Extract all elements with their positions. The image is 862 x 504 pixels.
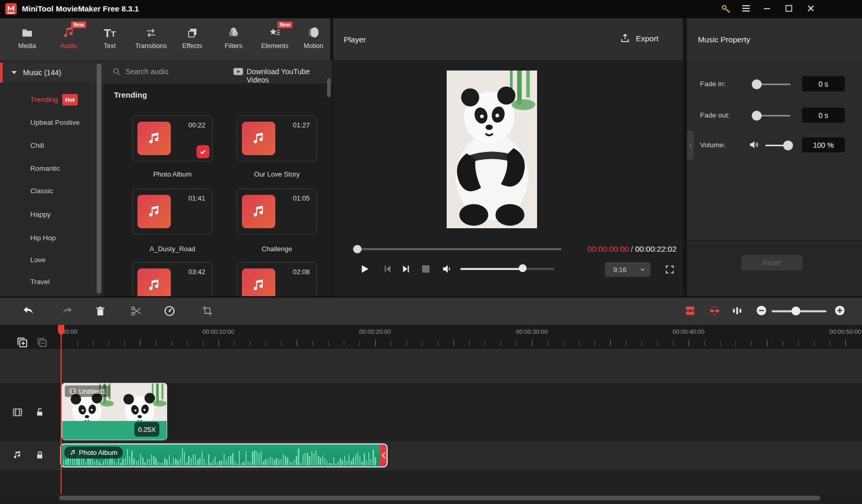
previous-frame-button[interactable] [382,263,394,275]
tab-elements[interactable]: Elements New [256,24,294,56]
volume-value[interactable]: 100 % [802,137,845,153]
player-volume-handle[interactable] [519,264,527,272]
tab-effects[interactable]: Effects [173,24,211,56]
reset-button[interactable]: Reset [741,255,802,271]
timeline-audio-clip[interactable]: Photo Album [60,443,388,467]
tab-filters[interactable]: Filters [215,24,252,56]
ruler-label: 00:00:40:00 [673,329,705,335]
tab-audio[interactable]: Audio New [50,24,87,56]
seek-bar[interactable] [353,248,562,250]
player-volume-icon[interactable] [441,263,454,275]
ruler-label: 00:00:50:00 [830,329,861,335]
aspect-ratio-dropdown[interactable]: 9:16 [605,262,650,277]
sidebar-item-classic[interactable]: Classic [30,186,53,196]
delete-button[interactable] [94,304,108,318]
music-tile-icon [242,122,275,155]
fade-out-value[interactable]: 0 s [802,108,845,123]
tab-text[interactable]: TT Text [91,24,129,56]
sidebar-item-hip-hop[interactable]: Hip Hop [30,233,56,243]
collapse-track-icon[interactable] [37,337,48,348]
sidebar-item-love[interactable]: Love [30,255,45,265]
export-label: Export [636,34,658,43]
music-card[interactable]: 03:42 [132,262,213,296]
sidebar-item-chill[interactable]: Chill [30,140,44,151]
music-card[interactable]: 02:08 [237,262,317,296]
sidebar-item-upbeat-positive[interactable]: Upbeat Positive [30,118,80,128]
search-icon [112,67,122,77]
minimize-button[interactable] [762,4,772,13]
music-duration: 01:41 [188,194,205,202]
volume-handle[interactable] [783,140,793,150]
search-input[interactable]: Search audio [125,67,169,76]
redo-button[interactable] [60,304,74,318]
hot-badge: Hot [62,94,78,106]
active-category-bar [0,63,3,83]
timeline-zoom-handle[interactable] [791,307,800,315]
sidebar-category-music[interactable]: Music (144) [0,63,103,83]
time-display: 00:00:00:00/00:00:22:02 [587,244,677,253]
zoom-out-button[interactable] [755,304,769,318]
playhead-flag[interactable] [58,325,64,332]
crop-button[interactable] [201,304,215,318]
audio-track-lock-icon[interactable] [34,450,46,461]
fade-in-handle[interactable] [752,79,762,89]
audio-trim-handle[interactable] [380,443,387,467]
tab-transitions[interactable]: Transitions [132,24,170,56]
attach-clip-icon[interactable] [684,304,697,318]
category-label: Music (144) [23,68,61,77]
close-button[interactable] [806,4,816,13]
tab-media[interactable]: Media [8,24,46,56]
music-card-name: Photo Album [132,170,213,178]
timeline-horizontal-scrollbar[interactable] [59,496,820,500]
fade-in-value[interactable]: 0 s [802,76,845,91]
stop-button[interactable] [421,264,434,277]
music-card-our-love-story[interactable]: 01:27 [237,115,317,161]
check-icon [196,145,209,158]
sidebar-item-label: Happy [30,209,51,220]
export-button[interactable]: Export [620,33,658,44]
timeline-video-clip[interactable]: Untitled1 0.25X [62,383,167,440]
menu-icon[interactable] [741,3,751,14]
fade-out-handle[interactable] [752,111,762,121]
library-tabbar: Media Audio New TT Text Transitions Effe… [0,18,330,60]
video-track-unlock-icon[interactable] [34,407,46,418]
sidebar-item-label: Chill [30,140,44,151]
maximize-button[interactable] [784,4,794,13]
playhead[interactable] [61,325,62,494]
add-track-icon[interactable] [16,336,28,348]
collapse-panel-handle[interactable]: › [687,131,694,160]
ruler-label: 00:00 [62,329,77,335]
music-card-photo-album[interactable]: 00:22 [132,115,213,161]
audio-panel-scrollbar[interactable] [327,78,331,97]
sidebar-item-happy[interactable]: Happy [30,209,51,220]
music-card-name: A_Dusty_Road [132,245,213,253]
tab-motion[interactable]: Motion [295,24,332,56]
download-youtube-button[interactable]: Download YouTube Videos [247,67,332,84]
next-frame-button[interactable] [400,263,413,275]
sidebar-item-label: Travel [30,277,50,287]
undo-button[interactable] [22,304,36,318]
tab-label: Transitions [135,42,167,50]
empty-track-row [0,470,862,495]
sidebar-item-travel[interactable]: Travel [30,277,50,287]
split-marker-icon[interactable] [708,304,722,318]
tracks-icon[interactable] [731,304,744,318]
seek-handle[interactable] [353,245,362,253]
music-tile-icon [137,122,171,155]
sidebar-item-romantic[interactable]: Romantic [30,163,60,174]
license-key-icon[interactable] [721,4,731,14]
fullscreen-button[interactable] [665,264,677,277]
music-duration: 00:22 [188,121,205,129]
music-card-challenge[interactable]: 01:05 [237,189,317,235]
split-scissors-button[interactable] [130,304,143,318]
sidebar-item-trending[interactable]: Trending Hot [30,95,78,105]
panda-video-frame [447,71,537,228]
play-button[interactable] [359,263,371,275]
timeline-ruler[interactable] [0,325,862,349]
player-volume-slider[interactable] [460,268,554,270]
music-card-a-dusty-road[interactable]: 01:41 [132,189,213,235]
speed-button[interactable] [163,304,177,318]
zoom-in-button[interactable] [834,304,847,318]
sidebar-scrollbar[interactable] [97,64,101,294]
audio-clip-name: Photo Album [79,449,118,456]
